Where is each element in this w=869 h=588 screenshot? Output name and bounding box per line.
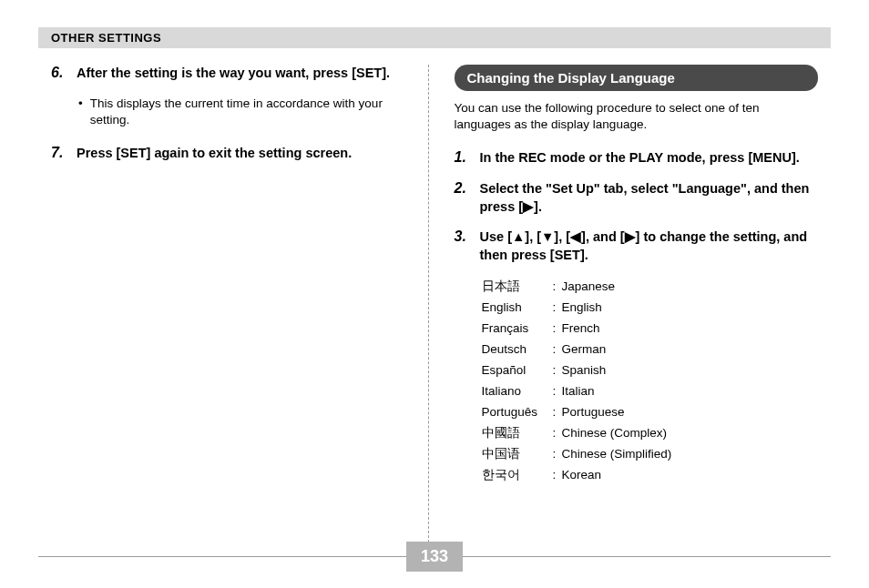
colon: : — [553, 319, 562, 340]
colon: : — [553, 277, 562, 298]
language-native: Italiano — [482, 381, 553, 402]
language-english: Spanish — [562, 360, 607, 381]
step-6-bullet: • This displays the current time in acco… — [78, 96, 415, 128]
language-native: English — [482, 298, 553, 319]
section-title-pill: Changing the Display Language — [455, 65, 819, 91]
section-header: OTHER SETTINGS — [38, 27, 831, 48]
language-english: English — [562, 298, 602, 319]
content-columns: 6. After the setting is the way you want… — [38, 65, 831, 547]
page-number: 133 — [406, 542, 463, 572]
colon: : — [553, 423, 562, 444]
colon: : — [553, 298, 562, 319]
colon: : — [553, 381, 562, 402]
colon: : — [553, 465, 562, 486]
language-native: Deutsch — [482, 340, 553, 360]
footer-rule — [38, 556, 406, 557]
language-table: 日本語 : Japanese English : English Françai… — [482, 277, 819, 485]
step-number: 1. — [455, 149, 473, 167]
bullet-text: This displays the current time in accord… — [90, 96, 415, 128]
step-number: 3. — [455, 228, 473, 264]
language-english: Korean — [562, 465, 602, 486]
colon: : — [553, 444, 562, 465]
left-column: 6. After the setting is the way you want… — [38, 65, 429, 547]
step-text: Use [▲], [▼], [◀], and [▶] to change the… — [480, 228, 819, 264]
language-native: Português — [482, 402, 553, 423]
step-2: 2. Select the "Set Up" tab, select "Lang… — [455, 180, 819, 216]
language-native: 日本語 — [482, 277, 553, 298]
step-6: 6. After the setting is the way you want… — [51, 65, 415, 83]
step-number: 6. — [51, 65, 69, 83]
footer-rule — [463, 556, 831, 557]
step-text: In the REC mode or the PLAY mode, press … — [480, 149, 800, 167]
step-7: 7. Press [SET] again to exit the setting… — [51, 145, 415, 163]
language-row: Português : Portuguese — [482, 402, 819, 423]
page-footer: 133 — [38, 542, 831, 572]
language-english: Italian — [562, 381, 595, 402]
language-native: 中国语 — [482, 444, 553, 465]
colon: : — [553, 402, 562, 423]
language-english: Portuguese — [562, 402, 625, 423]
step-number: 2. — [455, 180, 473, 216]
language-native: 中國語 — [482, 423, 553, 444]
step-3: 3. Use [▲], [▼], [◀], and [▶] to change … — [455, 228, 819, 264]
language-row: English : English — [482, 298, 819, 319]
language-native: Français — [482, 319, 553, 340]
language-english: Chinese (Complex) — [562, 423, 668, 444]
colon: : — [553, 340, 562, 360]
language-row: 中国语 : Chinese (Simplified) — [482, 444, 819, 465]
language-native: Español — [482, 360, 553, 381]
language-row: Deutsch : German — [482, 340, 819, 360]
language-row: 日本語 : Japanese — [482, 277, 819, 298]
step-1: 1. In the REC mode or the PLAY mode, pre… — [455, 149, 819, 167]
language-english: Japanese — [562, 277, 616, 298]
step-text: Select the "Set Up" tab, select "Languag… — [480, 180, 819, 216]
language-english: German — [562, 340, 607, 360]
language-row: 中國語 : Chinese (Complex) — [482, 423, 819, 444]
right-column: Changing the Display Language You can us… — [429, 65, 832, 547]
language-row: 한국어 : Korean — [482, 465, 819, 486]
language-english: French — [562, 319, 600, 340]
colon: : — [553, 360, 562, 381]
language-native: 한국어 — [482, 465, 553, 486]
step-number: 7. — [51, 145, 69, 163]
section-intro: You can use the following procedure to s… — [455, 100, 819, 133]
bullet-dot-icon: • — [78, 96, 83, 128]
step-text: After the setting is the way you want, p… — [77, 65, 390, 83]
language-english: Chinese (Simplified) — [562, 444, 672, 465]
language-row: Français : French — [482, 319, 819, 340]
language-row: Italiano : Italian — [482, 381, 819, 402]
manual-page: OTHER SETTINGS 6. After the setting is t… — [0, 0, 869, 588]
step-text: Press [SET] again to exit the setting sc… — [77, 145, 352, 163]
language-row: Español : Spanish — [482, 360, 819, 381]
